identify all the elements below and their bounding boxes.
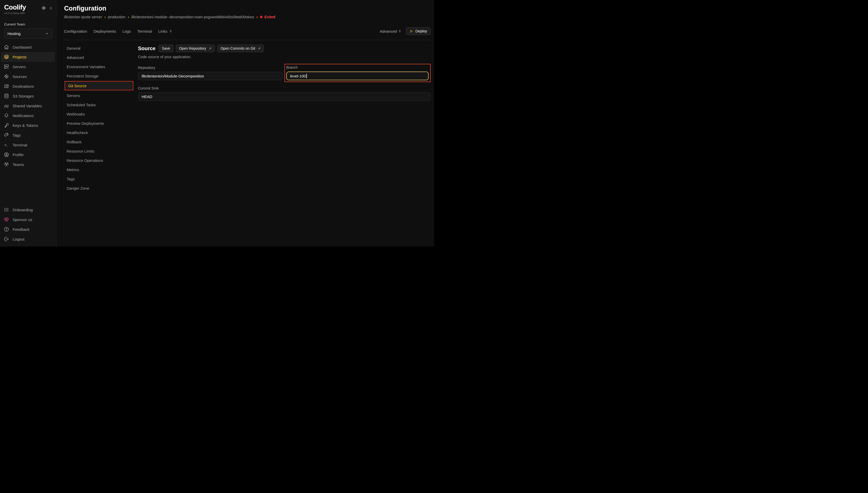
subnav-item-resource-limits[interactable]: Resource Limits	[64, 146, 138, 156]
map-icon	[4, 84, 9, 89]
theme-sun-icon[interactable]	[41, 6, 46, 10]
terminal-icon: >_	[4, 142, 9, 147]
user-circle-icon	[4, 152, 9, 157]
sidebar-item-projects[interactable]: Projects	[1, 52, 55, 62]
tab-actions: Advanced Deploy	[380, 27, 431, 35]
sidebar-item-shared-variables[interactable]: (x) Shared Variables	[1, 101, 55, 111]
external-link-icon: ↗	[258, 47, 260, 50]
sidebar-item-destinations[interactable]: Destinations	[1, 81, 55, 91]
commit-sha-input[interactable]	[138, 92, 431, 101]
subnav-item-general[interactable]: General	[64, 43, 138, 53]
sidebar-item-feedback[interactable]: Feedback	[1, 224, 55, 234]
chevrons-up-down-icon	[398, 29, 402, 33]
configuration-content: General Advanced Environment Variables P…	[64, 40, 431, 246]
sidebar: Coolify v4.0.0-beta.399 Current Team Hos…	[0, 0, 57, 246]
subnav-item-rollback[interactable]: Rollback	[64, 137, 138, 146]
home-icon	[4, 44, 9, 50]
breadcrumb-chevron-icon: ›	[256, 15, 258, 19]
bell-icon	[4, 113, 9, 118]
subnav-item-metrics[interactable]: Metrics	[64, 165, 138, 174]
subnav-item-webhooks[interactable]: Webhooks	[64, 109, 138, 119]
open-commits-button[interactable]: Open Commits on Git ↗	[217, 44, 264, 52]
sidebar-nav: Dashboard Projects Servers Sources Desti…	[0, 42, 56, 169]
open-repository-button[interactable]: Open Repository ↗	[176, 44, 215, 52]
settings-subnav: General Advanced Environment Variables P…	[64, 40, 138, 246]
branch-label: Branch	[286, 65, 429, 69]
subnav-item-resource-operations[interactable]: Resource Operations	[64, 156, 138, 165]
tab-logs[interactable]: Logs	[123, 29, 131, 34]
breadcrumb-environment[interactable]: production	[108, 15, 126, 19]
status-dot-icon	[260, 16, 262, 18]
layers-icon	[4, 54, 9, 60]
tab-terminal[interactable]: Terminal	[137, 29, 152, 34]
subnav-item-git-source[interactable]: Git Source	[66, 82, 132, 89]
sidebar-item-tags[interactable]: Tags	[1, 130, 55, 140]
team-select[interactable]: Hosting	[4, 28, 52, 39]
subnav-item-advanced[interactable]: Advanced	[64, 53, 138, 62]
tab-links[interactable]: Links	[158, 29, 172, 34]
sidebar-item-dashboard[interactable]: Dashboard	[1, 42, 55, 52]
sidebar-item-profile[interactable]: Profile	[1, 150, 55, 159]
save-button[interactable]: Save	[158, 44, 173, 52]
page-title: Configuration	[64, 5, 431, 12]
tabs: Configuration Deployments Logs Terminal …	[64, 29, 172, 34]
branch-highlight-annotation: Branch level-100	[284, 64, 431, 82]
subnav-item-scheduled-tasks[interactable]: Scheduled Tasks	[64, 100, 138, 109]
sidebar-item-sources[interactable]: Sources	[1, 71, 55, 81]
source-heading: Source	[138, 46, 155, 51]
coolify-app: Coolify v4.0.0-beta.399 Current Team Hos…	[0, 0, 434, 246]
tag-icon	[4, 132, 9, 138]
heart-icon	[4, 217, 9, 222]
advanced-dropdown[interactable]: Advanced	[380, 29, 402, 34]
breadcrumb-application[interactable]: illicitestonion/-module--decomposition:m…	[131, 15, 254, 19]
repository-label: Repository	[138, 66, 283, 70]
sidebar-item-servers[interactable]: Servers	[1, 62, 55, 71]
chevrons-up-down-icon	[169, 29, 172, 33]
logout-icon	[4, 236, 9, 242]
subnav-item-danger-zone[interactable]: Danger Zone	[64, 184, 138, 193]
subnav-item-environment-variables[interactable]: Environment Variables	[64, 62, 138, 71]
users-icon	[4, 162, 9, 167]
commit-sha-label: Commit SHA	[138, 86, 431, 90]
sidebar-item-keys-tokens[interactable]: Keys & Tokens	[1, 121, 55, 130]
help-circle-icon	[4, 227, 9, 232]
sidebar-item-logout[interactable]: Logout	[1, 234, 55, 244]
breadcrumb-chevron-icon: ›	[105, 15, 106, 19]
app-logo: Coolify	[4, 3, 26, 11]
git-source-form: Source Save Open Repository ↗ Open Commi…	[138, 40, 431, 246]
subnav-item-servers[interactable]: Servers	[64, 91, 138, 100]
sidebar-item-teams[interactable]: Teams	[1, 159, 55, 169]
subnav-item-persistent-storage[interactable]: Persistent Storage	[64, 71, 138, 81]
database-icon	[4, 93, 9, 99]
breadcrumb: illicitonion quote server › production ›…	[64, 15, 431, 19]
subnav-item-tags[interactable]: Tags	[64, 174, 138, 184]
chevron-down-icon	[45, 31, 49, 36]
tab-configuration[interactable]: Configuration	[64, 29, 87, 34]
branch-input[interactable]: level-100	[286, 71, 429, 80]
main-content: Configuration illicitonion quote server …	[57, 0, 434, 246]
tab-deployments[interactable]: Deployments	[93, 29, 116, 34]
checklist-icon	[4, 207, 9, 212]
git-source-icon	[4, 74, 9, 79]
sidebar-item-onboarding[interactable]: Onboarding	[1, 205, 55, 215]
sidebar-item-terminal[interactable]: >_ Terminal	[1, 140, 55, 150]
deploy-button[interactable]: Deploy	[406, 27, 431, 35]
theme-switcher-chevrons-icon[interactable]	[49, 6, 53, 10]
sidebar-footer: Onboarding Sponsor us Feedback Logout	[0, 205, 56, 246]
external-link-icon: ↗	[209, 47, 212, 50]
key-icon	[4, 123, 9, 128]
sidebar-item-notifications[interactable]: Notifications	[1, 111, 55, 121]
sidebar-item-s3-storages[interactable]: S3 Storages	[1, 91, 55, 101]
server-icon	[4, 64, 9, 69]
sidebar-item-sponsor-us[interactable]: Sponsor us	[1, 215, 55, 224]
breadcrumb-project[interactable]: illicitonion quote server	[64, 15, 102, 19]
subnav-item-preview-deployments[interactable]: Preview Deployments	[64, 119, 138, 128]
tabs-row: Configuration Deployments Logs Terminal …	[64, 27, 431, 35]
variables-icon: (x)	[4, 103, 9, 108]
source-description: Code source of your application.	[138, 55, 431, 59]
current-team-label: Current Team	[4, 22, 52, 26]
repository-input[interactable]	[138, 72, 283, 80]
team-select-value: Hosting	[7, 31, 21, 36]
subnav-item-healthcheck[interactable]: Healthcheck	[64, 128, 138, 137]
git-source-highlight-annotation: Git Source	[65, 81, 133, 90]
